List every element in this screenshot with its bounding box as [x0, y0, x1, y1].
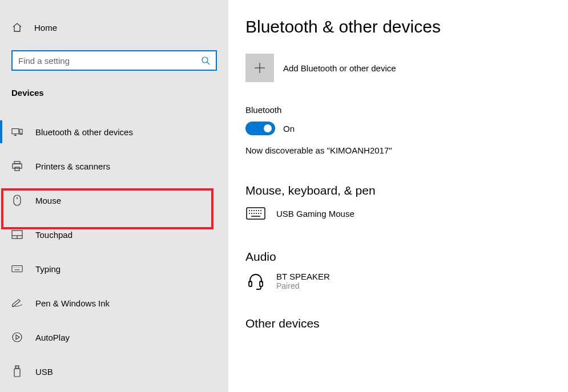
search-box[interactable]: [11, 50, 217, 71]
section-mouse-keyboard-pen: Mouse, keyboard, & pen: [245, 184, 568, 197]
page-title: Bluetooth & other devices: [245, 17, 568, 37]
svg-rect-9: [15, 167, 19, 171]
sidebar: Home Devices Bluetooth & other devices P…: [0, 0, 228, 392]
pen-icon: [11, 297, 23, 309]
sidebar-item-mouse[interactable]: Mouse: [0, 183, 228, 217]
discoverable-text: Now discoverable as "KIMOANH2017": [245, 146, 568, 155]
sidebar-item-label: USB: [35, 367, 53, 377]
section-title: Devices: [0, 88, 228, 98]
sidebar-item-label: Pen & Windows Ink: [35, 298, 110, 308]
sidebar-item-bluetooth[interactable]: Bluetooth & other devices: [0, 115, 228, 149]
mouse-icon: [11, 195, 23, 206]
sidebar-item-label: Touchpad: [35, 230, 72, 240]
svg-line-1: [207, 62, 210, 64]
svg-rect-25: [14, 369, 20, 377]
devices-icon: [11, 126, 23, 138]
keyboard-icon: [245, 205, 266, 221]
svg-marker-23: [16, 335, 19, 340]
home-icon: [11, 22, 23, 33]
svg-rect-8: [13, 164, 22, 168]
sidebar-item-autoplay[interactable]: AutoPlay: [0, 320, 228, 354]
home-label: Home: [34, 23, 57, 33]
sidebar-item-label: Typing: [35, 264, 61, 274]
device-name: USB Gaming Mouse: [276, 209, 355, 219]
keyboard-icon: [11, 263, 23, 274]
sidebar-item-label: Printers & scanners: [35, 161, 110, 171]
main-panel: Bluetooth & other devices Add Bluetooth …: [228, 0, 568, 392]
sidebar-item-label: Mouse: [35, 196, 61, 205]
sidebar-item-printers[interactable]: Printers & scanners: [0, 149, 228, 183]
svg-point-22: [13, 333, 22, 342]
sidebar-item-touchpad[interactable]: Touchpad: [0, 217, 228, 252]
sidebar-item-label: AutoPlay: [35, 333, 70, 342]
sidebar-item-typing[interactable]: Typing: [0, 252, 228, 286]
sidebar-item-label: Bluetooth & other devices: [35, 127, 133, 137]
svg-point-6: [21, 133, 21, 134]
add-device-label: Add Bluetooth or other device: [283, 63, 396, 73]
svg-rect-15: [12, 266, 22, 272]
autoplay-icon: [11, 332, 23, 343]
section-audio: Audio: [245, 250, 568, 264]
svg-rect-7: [14, 161, 20, 164]
device-item[interactable]: USB Gaming Mouse: [245, 205, 568, 221]
add-device-button[interactable]: Add Bluetooth or other device: [245, 54, 568, 82]
search-icon: [201, 56, 210, 65]
touchpad-icon: [11, 229, 23, 240]
sidebar-item-usb[interactable]: USB: [0, 354, 228, 389]
device-name: BT SPEAKER: [276, 272, 330, 281]
plus-icon: [245, 54, 274, 82]
headset-icon: [245, 273, 266, 289]
sidebar-item-pen[interactable]: Pen & Windows Ink: [0, 286, 228, 320]
bluetooth-label: Bluetooth: [245, 105, 568, 115]
svg-point-0: [202, 57, 208, 63]
usb-icon: [11, 366, 23, 377]
search-input[interactable]: [18, 56, 201, 66]
svg-rect-10: [14, 195, 21, 205]
section-other-devices: Other devices: [245, 317, 568, 330]
device-status: Paired: [276, 281, 330, 290]
svg-rect-2: [12, 129, 19, 134]
bluetooth-toggle[interactable]: [245, 122, 275, 135]
home-button[interactable]: Home: [0, 17, 228, 38]
device-item[interactable]: BT SPEAKER Paired: [245, 272, 568, 290]
toggle-state-label: On: [283, 124, 295, 134]
printer-icon: [11, 160, 23, 172]
